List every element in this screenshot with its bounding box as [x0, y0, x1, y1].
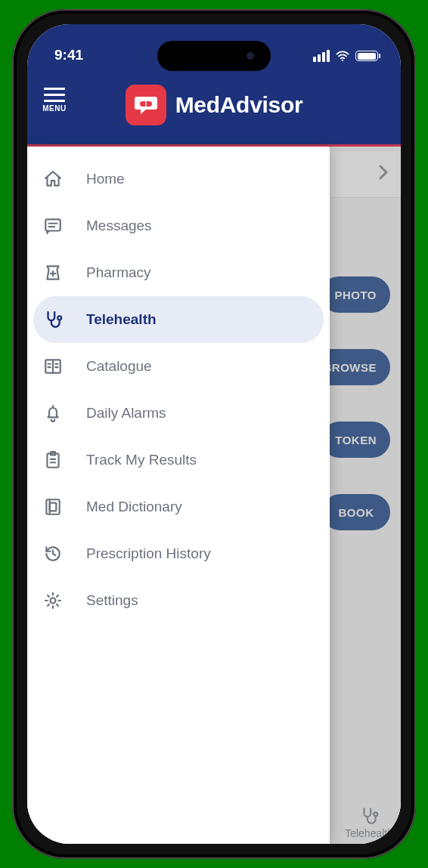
- sidebar-item-prescription-history[interactable]: Prescription History: [33, 530, 324, 577]
- sidebar-item-track-my-results[interactable]: Track My Results: [33, 437, 324, 483]
- sidebar-item-label: Track My Results: [86, 452, 197, 468]
- sidebar-item-label: Med Dictionary: [86, 499, 182, 515]
- action-button-token[interactable]: TOKEN: [321, 422, 390, 458]
- hamburger-icon: [41, 88, 68, 102]
- chevron-right-icon: [378, 162, 389, 186]
- svg-rect-9: [46, 499, 59, 514]
- sidebar-item-catalogue[interactable]: Catalogue: [33, 343, 324, 390]
- sidebar-item-med-dictionary[interactable]: Med Dictionary: [33, 483, 324, 530]
- menu-button[interactable]: MENU: [41, 88, 68, 113]
- battery-icon: [355, 51, 378, 61]
- sidebar-item-label: Home: [86, 171, 125, 187]
- status-time: 9:41: [54, 47, 83, 63]
- clipboard-icon: [41, 450, 65, 470]
- brand-logo-icon: [126, 85, 166, 125]
- menu-button-label: MENU: [41, 104, 68, 113]
- svg-point-11: [51, 598, 56, 604]
- action-button-book[interactable]: BOOK: [322, 494, 390, 530]
- sidebar-item-label: Pharmacy: [86, 264, 151, 281]
- bell-icon: [41, 403, 65, 423]
- sidebar-item-label: Daily Alarms: [86, 405, 166, 422]
- wifi-icon: [335, 48, 350, 63]
- dictionary-icon: [41, 497, 65, 517]
- app-header: MENU MedAdvisor: [27, 65, 401, 147]
- sidebar-item-daily-alarms[interactable]: Daily Alarms: [33, 390, 324, 437]
- action-button-photo[interactable]: PHOTO: [321, 276, 390, 313]
- pharmacy-icon: [41, 263, 65, 283]
- stethoscope-icon: [359, 806, 379, 826]
- sidebar-item-label: Telehealth: [86, 311, 157, 328]
- sidebar-item-label: Catalogue: [86, 358, 152, 375]
- sidebar-item-label: Settings: [86, 592, 138, 609]
- history-icon: [41, 544, 65, 564]
- svg-rect-4: [45, 219, 60, 230]
- svg-point-0: [342, 60, 343, 61]
- cellular-icon: [313, 50, 330, 62]
- sidebar-item-settings[interactable]: Settings: [33, 577, 324, 624]
- stethoscope-icon: [41, 310, 65, 329]
- sidebar-item-label: Prescription History: [86, 545, 211, 562]
- navigation-drawer: Home Messages Pharmacy: [27, 147, 330, 844]
- sidebar-item-pharmacy[interactable]: Pharmacy: [33, 249, 324, 296]
- home-icon: [41, 169, 65, 189]
- sidebar-item-home[interactable]: Home: [33, 156, 324, 202]
- svg-point-3: [374, 812, 377, 816]
- messages-icon: [41, 216, 65, 236]
- svg-point-5: [57, 316, 61, 320]
- catalogue-icon: [41, 357, 65, 376]
- svg-rect-10: [50, 503, 57, 511]
- sidebar-item-telehealth[interactable]: Telehealth: [33, 296, 324, 343]
- brand-name: MedAdvisor: [175, 92, 303, 118]
- phone-notch: [157, 41, 271, 71]
- bottom-tab-telehealth[interactable]: Telehealth: [345, 806, 393, 839]
- gear-icon: [41, 591, 65, 610]
- phone-frame: 9:41 MENU: [12, 9, 416, 859]
- sidebar-item-messages[interactable]: Messages: [33, 202, 324, 249]
- brand: MedAdvisor: [126, 85, 303, 125]
- sidebar-item-label: Messages: [86, 218, 152, 234]
